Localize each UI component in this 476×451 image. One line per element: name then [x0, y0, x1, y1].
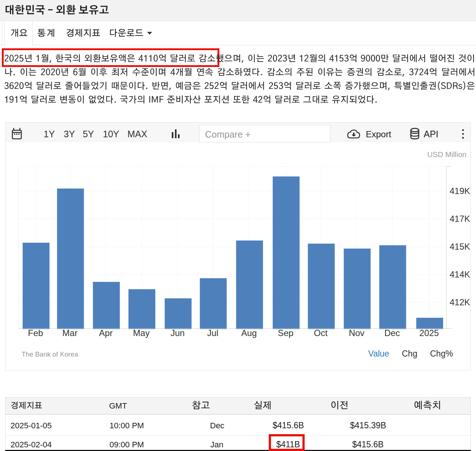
svg-text:MAX: MAX	[127, 129, 148, 139]
svg-text:USD Million: USD Million	[427, 150, 466, 159]
svg-text:2025: 2025	[419, 328, 439, 338]
svg-text:3Y: 3Y	[64, 129, 75, 139]
svg-text:The Bank of Korea: The Bank of Korea	[22, 350, 78, 358]
svg-text:Aug: Aug	[241, 328, 257, 338]
svg-text:5Y: 5Y	[83, 129, 94, 139]
svg-text:Compare +: Compare +	[205, 129, 250, 139]
svg-text:Apr: Apr	[99, 328, 112, 338]
svg-text:Chg%: Chg%	[430, 349, 453, 358]
svg-text:Dec: Dec	[210, 421, 224, 430]
svg-text:Dec: Dec	[384, 328, 400, 338]
svg-text:Jul: Jul	[207, 328, 219, 338]
svg-text:GMT: GMT	[109, 401, 127, 410]
svg-text:Jan: Jan	[211, 440, 223, 449]
svg-text:$411B: $411B	[276, 440, 300, 449]
svg-text:419K: 419K	[450, 186, 470, 196]
svg-text:Nov: Nov	[349, 328, 365, 338]
svg-text:$415.39B: $415.39B	[350, 421, 386, 430]
svg-text:Value: Value	[368, 349, 389, 358]
svg-text:Chg: Chg	[402, 349, 417, 358]
svg-text:API: API	[424, 129, 438, 139]
svg-text:2025-01-05: 2025-01-05	[11, 421, 52, 430]
svg-text:Oct: Oct	[314, 328, 328, 338]
svg-text:417K: 417K	[450, 214, 470, 224]
svg-text:Jun: Jun	[171, 328, 185, 338]
svg-text:Feb: Feb	[28, 328, 43, 338]
svg-text:1Y: 1Y	[44, 129, 55, 139]
svg-text:415K: 415K	[450, 242, 470, 251]
svg-text:414K: 414K	[450, 269, 470, 279]
svg-text:412K: 412K	[450, 297, 470, 307]
svg-text:09:00 PM: 09:00 PM	[109, 440, 144, 449]
svg-text:10:00 PM: 10:00 PM	[109, 421, 144, 430]
svg-text:2025-02-04: 2025-02-04	[11, 440, 52, 449]
svg-text:Export: Export	[366, 129, 391, 139]
svg-text:Sep: Sep	[278, 328, 294, 338]
svg-text:10Y: 10Y	[103, 129, 119, 139]
svg-text:Mar: Mar	[62, 328, 77, 338]
svg-text:$415.6B: $415.6B	[352, 440, 384, 449]
svg-text:$415.6B: $415.6B	[273, 421, 304, 430]
svg-text:May: May	[133, 328, 149, 338]
